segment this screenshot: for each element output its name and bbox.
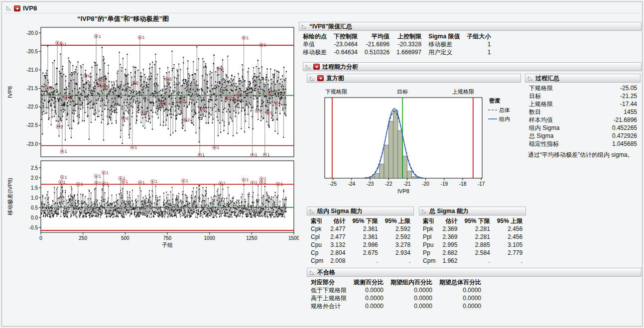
cell-value: 2.281 bbox=[461, 233, 493, 241]
cell-value: 3.105 bbox=[494, 241, 526, 249]
cell-value: 2.995 bbox=[439, 241, 461, 249]
moving-range-y-axis-label: 移动极差(IVP8) bbox=[7, 178, 13, 215]
cell-value: -17.44 bbox=[587, 100, 641, 108]
x-axis-label: 子组 bbox=[162, 242, 173, 248]
individual-moving-range-chart[interactable]: -20.0-20.5-21.0-21.5-22.0-22.5-23.02.52.… bbox=[6, 23, 299, 248]
table-header-row: 索引估计95% 下限95% 上限 bbox=[310, 217, 414, 225]
within-sigma-footnote: 通过“平均移动极差”估计的组内 sigma。 bbox=[528, 151, 640, 159]
column-header: 期望总体百分比 bbox=[436, 278, 485, 286]
test-violation-label: 2 bbox=[230, 96, 232, 101]
report-window: IVP8 “IVP8”的“单值”和“移动极差”图 -20.0-20.5-21.0… bbox=[1, 1, 643, 327]
test-violation-label: 1 bbox=[264, 176, 266, 181]
column-header: 下控制限 bbox=[330, 32, 361, 40]
test-violation-label: 5 bbox=[203, 107, 206, 111]
row-label: 高于上规格限 bbox=[310, 294, 350, 302]
disclosure-triangle-icon[interactable] bbox=[309, 209, 315, 214]
report-right-column: “IVP8”限值汇总 标绘的点下控制限平均值上控制限Sigma 限值子组大小单值… bbox=[299, 22, 642, 310]
red-menu-button[interactable] bbox=[14, 5, 20, 11]
capability-panel: 过程能力分析 直方图 -25-24-23-22-21-20-19-18-17IV… bbox=[303, 62, 642, 310]
disclosure-triangle-icon[interactable] bbox=[309, 270, 315, 275]
test-violation-label: 2 bbox=[272, 90, 274, 95]
limits-summary-table: 标绘的点下控制限平均值上控制限Sigma 限值子组大小单值-23.0464-21… bbox=[302, 32, 494, 56]
table-row: Cpk2.4772.3612.592 bbox=[310, 225, 414, 233]
row-label: 移动极差 bbox=[302, 48, 330, 56]
row-label: Cp bbox=[310, 249, 327, 257]
cell-value: 0.0000 bbox=[436, 302, 485, 310]
cell-value: 2.779 bbox=[494, 249, 526, 257]
test-violation-label: 6 bbox=[221, 66, 224, 71]
svg-text:-23: -23 bbox=[367, 181, 374, 187]
column-header: 子组大小 bbox=[463, 32, 494, 40]
row-label: 低于下规格限 bbox=[310, 286, 350, 294]
within-sigma-panel-bar: 组内 Sigma 能力 bbox=[307, 207, 414, 216]
cell-value: 2.675 bbox=[349, 249, 381, 257]
histogram-panel: 直方图 -25-24-23-22-21-20-19-18-17IVP8下规格限目… bbox=[307, 74, 521, 204]
usl-label: 上规格限 bbox=[452, 89, 475, 95]
column-header: 观测百分比 bbox=[350, 278, 387, 286]
test-violation-label: 1 bbox=[255, 152, 258, 157]
cell-value: 1 bbox=[463, 48, 494, 56]
capability-body: 直方图 -25-24-23-22-21-20-19-18-17IVP8下规格限目… bbox=[307, 74, 642, 310]
cell-value: 2.986 bbox=[349, 241, 381, 249]
svg-text:-0.5: -0.5 bbox=[29, 225, 38, 230]
table-row: 样本均值-21.6896 bbox=[528, 116, 641, 124]
test-violation-label: 1 bbox=[126, 179, 128, 184]
column-header: 95% 下限 bbox=[461, 217, 493, 225]
report-header: IVP8 bbox=[4, 3, 640, 13]
process-summary-table: 下规格限-25.05目标-21.25上规格限-17.44数目1455样本均值-2… bbox=[528, 84, 641, 148]
svg-text:-22: -22 bbox=[385, 181, 392, 187]
cell-value: 0.0000 bbox=[436, 286, 485, 294]
column-header: 估计 bbox=[439, 217, 461, 225]
svg-text:750: 750 bbox=[163, 235, 172, 241]
test-violation-label: 1 bbox=[267, 152, 270, 157]
capability-histogram[interactable]: -25-24-23-22-21-20-19-18-17IVP8下规格限目标上规格… bbox=[307, 83, 521, 202]
disclosure-triangle-icon[interactable] bbox=[305, 64, 311, 70]
test-violation-label: 1 bbox=[106, 181, 109, 186]
test-violation-label: 2 bbox=[187, 117, 190, 122]
row-label: Cpm bbox=[310, 257, 327, 265]
svg-text:0.5: 0.5 bbox=[31, 205, 38, 211]
cell-value: -23.0464 bbox=[330, 40, 361, 48]
cell-value: 3.278 bbox=[382, 241, 414, 249]
row-label: 上规格限 bbox=[528, 100, 587, 108]
test-violation-label: 5 bbox=[270, 110, 273, 115]
disclosure-triangle-icon[interactable] bbox=[309, 76, 315, 81]
table-header-row: 标绘的点下控制限平均值上控制限Sigma 限值子组大小 bbox=[302, 32, 494, 40]
table-row: Ppu2.9952.8853.105 bbox=[422, 241, 526, 249]
test-violation-label: 1 bbox=[65, 149, 67, 154]
test-violation-label: 6 bbox=[69, 95, 71, 100]
row-label: Cpk bbox=[310, 225, 327, 233]
cell-value: -0.64634 bbox=[330, 48, 361, 56]
cell-value: -20.3328 bbox=[393, 40, 425, 48]
disclosure-triangle-icon[interactable] bbox=[527, 76, 533, 81]
svg-text:-19: -19 bbox=[441, 181, 448, 187]
column-header: 上控制限 bbox=[393, 32, 425, 40]
disclosure-triangle-icon[interactable] bbox=[6, 5, 11, 11]
overall-sigma-table: 索引估计95% 下限95% 上限Ppk2.3692.2812.456Ppl2.3… bbox=[422, 217, 526, 265]
cell-value: 1.666997 bbox=[393, 48, 425, 56]
test-violation-label: 6 bbox=[241, 93, 243, 98]
svg-text:2.5: 2.5 bbox=[31, 165, 38, 171]
test-violation-label: 1 bbox=[223, 181, 226, 186]
test-violation-label: 1 bbox=[63, 180, 66, 185]
svg-text:-20.5: -20.5 bbox=[26, 49, 38, 54]
red-menu-button[interactable] bbox=[313, 64, 320, 70]
histogram-panel-bar: 直方图 bbox=[307, 74, 521, 83]
cell-value: 2.008 bbox=[327, 257, 349, 265]
disclosure-triangle-icon[interactable] bbox=[421, 209, 427, 214]
test-violation-label: 1 bbox=[142, 35, 145, 40]
cell-value: 2.369 bbox=[439, 233, 461, 241]
table-row: 下规格限-25.05 bbox=[528, 84, 641, 92]
test-violation-label: 5 bbox=[169, 77, 172, 82]
panel-title: 过程汇总 bbox=[535, 74, 559, 82]
svg-text:-22.0: -22.0 bbox=[26, 104, 38, 109]
svg-text:250: 250 bbox=[79, 235, 87, 241]
disclosure-triangle-icon[interactable] bbox=[301, 24, 307, 29]
svg-text:0: 0 bbox=[39, 235, 42, 241]
nonconforming-panel-bar: 不合格 bbox=[307, 268, 642, 277]
cell-value: 0.0000 bbox=[387, 294, 436, 302]
table-row: 组内 Sigma0.452265 bbox=[528, 124, 641, 132]
cell-value: . bbox=[349, 257, 381, 265]
red-menu-button[interactable] bbox=[317, 75, 324, 81]
report-title: IVP8 bbox=[23, 4, 37, 12]
